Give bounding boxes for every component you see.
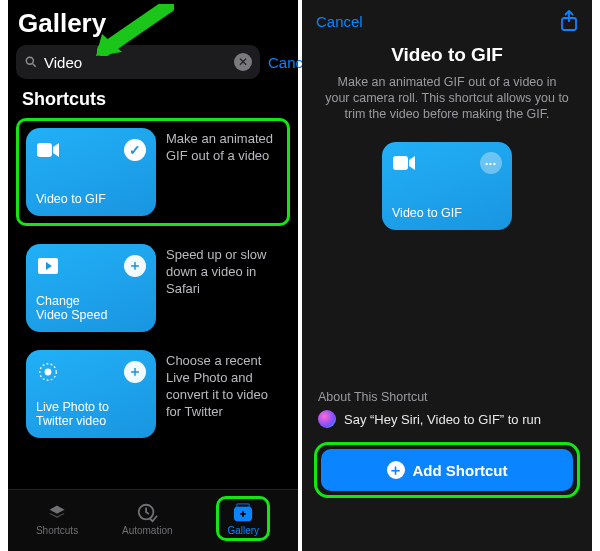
svg-line-1 xyxy=(33,64,36,67)
clock-check-icon xyxy=(122,501,173,525)
more-options-icon[interactable]: ••• xyxy=(480,152,502,174)
search-input[interactable] xyxy=(44,54,234,71)
plus-circle-icon: ＋ xyxy=(387,461,405,479)
stack-icon xyxy=(36,501,78,525)
gallery-screen: Gallery ✕ Cancel Shortcuts ✓ Video to GI… xyxy=(8,0,298,551)
svg-rect-12 xyxy=(393,156,408,170)
tab-label: Gallery xyxy=(227,525,259,536)
search-field-container[interactable]: ✕ xyxy=(16,45,260,79)
add-badge-icon[interactable]: ＋ xyxy=(124,255,146,277)
shortcut-tile[interactable]: ＋ Change Video Speed xyxy=(26,244,156,332)
shortcut-tile[interactable]: ＋ Live Photo to Twitter video xyxy=(26,350,156,438)
checkmark-badge-icon: ✓ xyxy=(124,139,146,161)
search-row: ✕ Cancel xyxy=(8,45,298,89)
shortcut-tile-label: Live Photo to Twitter video xyxy=(36,400,146,428)
play-icon xyxy=(36,254,60,278)
tab-automation[interactable]: Automation xyxy=(122,501,173,536)
video-camera-icon xyxy=(36,138,60,162)
video-camera-icon xyxy=(392,154,416,172)
shortcut-row-video-to-gif[interactable]: ✓ Video to GIF Make an animated GIF out … xyxy=(16,118,290,226)
svg-point-0 xyxy=(26,57,33,64)
tab-gallery[interactable]: Gallery xyxy=(216,496,270,541)
siri-hint-text: Say “Hey Siri, Video to GIF” to run xyxy=(344,412,541,427)
page-title: Gallery xyxy=(8,0,298,45)
live-photo-icon xyxy=(36,360,60,384)
shortcut-description: Speed up or slow down a video in Safari xyxy=(166,244,280,297)
add-badge-icon[interactable]: ＋ xyxy=(124,361,146,383)
svg-rect-2 xyxy=(37,143,52,157)
add-shortcut-highlight: ＋ Add Shortcut xyxy=(314,442,580,498)
shortcut-description: Choose a recent Live Photo and convert i… xyxy=(166,350,280,420)
shortcut-row-change-video-speed[interactable]: ＋ Change Video Speed Speed up or slow do… xyxy=(8,234,298,340)
detail-preview-tile[interactable]: ••• Video to GIF xyxy=(382,142,512,230)
svg-rect-10 xyxy=(237,504,250,508)
tab-shortcuts[interactable]: Shortcuts xyxy=(36,501,78,536)
shortcut-tile-label: Change Video Speed xyxy=(36,294,146,322)
detail-tile-label: Video to GIF xyxy=(392,206,502,220)
tab-label: Automation xyxy=(122,525,173,536)
siri-icon xyxy=(318,410,336,428)
detail-top-row: Cancel xyxy=(302,0,592,42)
share-icon[interactable] xyxy=(560,10,578,32)
shortcut-row-live-photo-twitter[interactable]: ＋ Live Photo to Twitter video Choose a r… xyxy=(8,340,298,446)
section-header-shortcuts: Shortcuts xyxy=(8,89,298,118)
detail-subtitle: Make an animated GIF out of a video in y… xyxy=(302,74,592,142)
svg-point-4 xyxy=(45,369,51,375)
tab-bar: Shortcuts Automation Gallery xyxy=(8,489,298,551)
tab-label: Shortcuts xyxy=(36,525,78,536)
cancel-button[interactable]: Cancel xyxy=(316,13,363,30)
add-shortcut-button[interactable]: ＋ Add Shortcut xyxy=(321,449,573,491)
clear-search-icon[interactable]: ✕ xyxy=(234,53,252,71)
shortcut-description: Make an animated GIF out of a video xyxy=(166,128,280,164)
add-shortcut-label: Add Shortcut xyxy=(413,462,508,479)
about-section-header: About This Shortcut xyxy=(302,390,592,410)
search-icon xyxy=(24,55,38,69)
shortcut-detail-screen: Cancel Video to GIF Make an animated GIF… xyxy=(302,0,592,551)
detail-title: Video to GIF xyxy=(302,42,592,74)
shortcut-tile[interactable]: ✓ Video to GIF xyxy=(26,128,156,216)
siri-hint-row: Say “Hey Siri, Video to GIF” to run xyxy=(302,410,592,442)
gallery-add-icon xyxy=(227,501,259,525)
shortcut-tile-label: Video to GIF xyxy=(36,192,146,206)
